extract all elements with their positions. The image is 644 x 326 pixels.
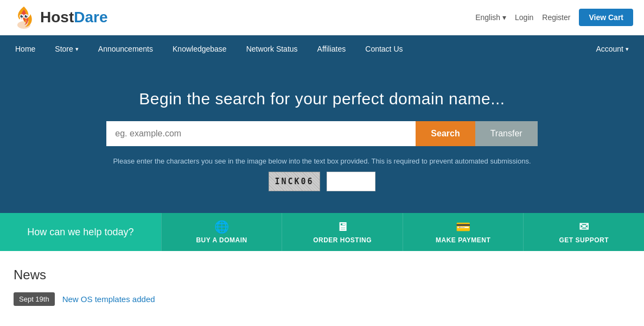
- credit-card-icon: 💳: [456, 220, 471, 234]
- chevron-down-icon: ▾: [502, 13, 506, 22]
- nav-item-affiliates[interactable]: Affiliates: [308, 35, 356, 62]
- help-action-buy-domain[interactable]: 🌐 BUY A DOMAIN: [161, 213, 282, 251]
- language-selector[interactable]: English ▾: [475, 13, 506, 22]
- search-button[interactable]: Search: [416, 121, 475, 146]
- domain-search-input[interactable]: [106, 121, 416, 146]
- svg-point-4: [25, 15, 28, 18]
- hero-heading: Begin the search for your perfect domain…: [11, 90, 633, 108]
- hero-section: Begin the search for your perfect domain…: [0, 62, 644, 213]
- news-section: News Sept 19th New OS templates added: [0, 251, 644, 322]
- logo-icon: [11, 4, 37, 30]
- main-nav: Home Store Announcements Knowledgebase N…: [0, 35, 644, 62]
- language-label: English: [475, 13, 500, 22]
- top-right-actions: English ▾ Login Register View Cart: [475, 9, 633, 26]
- svg-point-3: [21, 15, 23, 18]
- captcha-text: INCK06: [275, 177, 314, 186]
- help-bar: How can we help today? 🌐 BUY A DOMAIN 🖥 …: [0, 213, 644, 251]
- captcha-image: INCK06: [269, 172, 320, 191]
- news-link[interactable]: New OS templates added: [62, 294, 155, 304]
- news-item: Sept 19th New OS templates added: [14, 292, 630, 306]
- view-cart-button[interactable]: View Cart: [579, 9, 633, 26]
- nav-item-knowledgebase[interactable]: Knowledgebase: [163, 35, 237, 62]
- captcha-notice: Please enter the characters you see in t…: [11, 157, 633, 165]
- svg-point-5: [22, 15, 23, 16]
- register-link[interactable]: Register: [542, 13, 570, 22]
- captcha-input[interactable]: [327, 172, 375, 191]
- news-title: News: [14, 267, 630, 283]
- order-hosting-label: ORDER HOSTING: [313, 236, 372, 244]
- help-actions: 🌐 BUY A DOMAIN 🖥 ORDER HOSTING 💳 MAKE PA…: [161, 213, 644, 251]
- envelope-icon: ✉: [579, 220, 589, 234]
- nav-item-announcements[interactable]: Announcements: [88, 35, 163, 62]
- search-row: Search Transfer: [11, 121, 633, 146]
- captcha-row: INCK06: [11, 172, 633, 191]
- login-link[interactable]: Login: [515, 13, 533, 22]
- help-label: How can we help today?: [0, 213, 161, 251]
- nav-item-store[interactable]: Store: [45, 35, 88, 62]
- top-bar: HostDare English ▾ Login Register View C…: [0, 0, 644, 35]
- nav-item-account[interactable]: Account: [586, 35, 639, 62]
- server-icon: 🖥: [336, 220, 349, 234]
- nav-item-contact-us[interactable]: Contact Us: [355, 35, 412, 62]
- nav-item-network-status[interactable]: Network Status: [237, 35, 308, 62]
- help-action-get-support[interactable]: ✉ GET SUPPORT: [523, 213, 644, 251]
- logo-dare-text: Dare: [74, 9, 107, 26]
- make-payment-label: MAKE PAYMENT: [436, 236, 490, 244]
- help-action-order-hosting[interactable]: 🖥 ORDER HOSTING: [282, 213, 403, 251]
- news-date: Sept 19th: [14, 292, 55, 306]
- svg-point-6: [26, 15, 27, 16]
- get-support-label: GET SUPPORT: [559, 236, 609, 244]
- transfer-button[interactable]: Transfer: [475, 121, 538, 146]
- globe-icon: 🌐: [214, 220, 229, 234]
- logo-host-text: Host: [40, 9, 74, 26]
- logo[interactable]: HostDare: [11, 4, 108, 30]
- help-action-make-payment[interactable]: 💳 MAKE PAYMENT: [403, 213, 524, 251]
- nav-item-home[interactable]: Home: [5, 35, 45, 62]
- buy-domain-label: BUY A DOMAIN: [196, 236, 247, 244]
